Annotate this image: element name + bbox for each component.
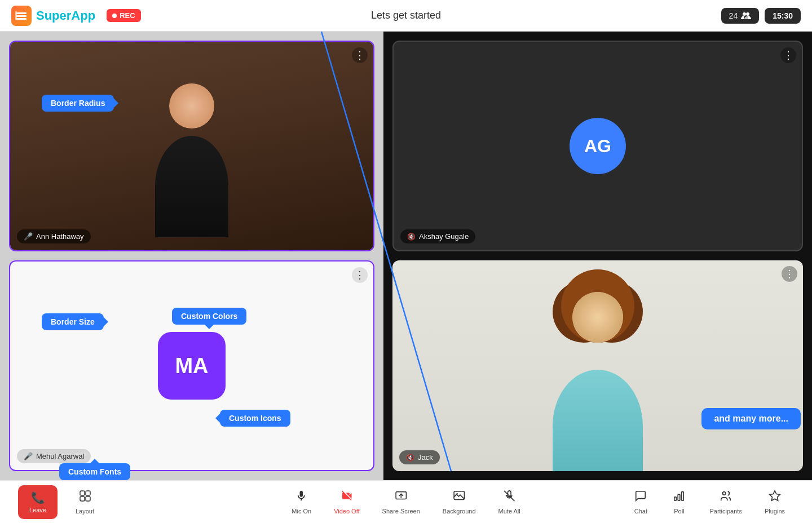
mute-all-label: Mute All [498,508,520,515]
akshay-avatar-content: AG [394,42,802,250]
mehul-name-text: Mehul Agarwal [36,452,84,460]
participants-button[interactable]: Participants [700,485,751,519]
share-screen-label: Share Screen [382,508,420,515]
akshay-name-label: 🔇 Akshay Gugale [400,229,475,243]
mic-icon [295,490,308,506]
svg-point-13 [456,493,458,494]
svg-rect-3 [15,11,17,20]
tile-menu-mehul[interactable]: ⋮ [352,267,368,283]
header-right: 24 15:30 [721,8,801,24]
akshay-initials: AG [584,136,611,157]
leave-button[interactable]: 📞 Leave [18,485,58,519]
chat-button[interactable]: Chat [624,485,657,519]
mic-off-icon-jack: 🔇 [406,454,414,462]
jack-video-bg [392,260,803,471]
count-number: 24 [729,11,738,20]
mic-label: Mic On [292,508,311,515]
svg-rect-8 [86,491,90,495]
rec-label: REC [120,11,135,20]
poll-button[interactable]: Poll [662,485,696,519]
toolbar: 📞 Leave Layout [0,480,812,523]
layout-button[interactable]: Layout [67,485,103,519]
timer-text: 15:30 [773,11,793,20]
share-screen-icon [395,490,407,506]
svg-rect-0 [16,12,27,14]
ann-name-label: 🎤 Ann Hathaway [17,229,91,243]
chat-label: Chat [634,508,647,515]
layout-icon [79,490,91,506]
plugins-icon [769,490,781,506]
toolbar-right: Chat Poll [624,485,794,519]
leave-label: Leave [29,507,46,513]
tile-menu-akshay[interactable]: ⋮ [780,47,796,63]
svg-rect-2 [16,18,27,20]
participants-label: Participants [709,508,742,515]
svg-rect-16 [678,494,681,500]
video-label: Video Off [334,508,359,515]
svg-point-18 [723,491,726,495]
callout-border-size: Border Size [42,313,104,330]
plugins-button[interactable]: Plugins [756,485,794,519]
logo-area: SuperApp REC [11,6,141,26]
jack-name-text: Jack [418,453,433,462]
meeting-title: Lets get started [371,10,441,21]
svg-rect-15 [674,497,677,500]
svg-rect-7 [80,491,85,495]
svg-rect-9 [80,497,85,501]
tile-ann: ⋮ 🎤 Ann Hathaway [9,41,374,251]
background-button[interactable]: Background [434,485,485,519]
svg-rect-17 [682,491,684,500]
header: SuperApp REC Lets get started 24 15:30 [0,0,812,32]
background-icon [453,490,465,506]
poll-label: Poll [674,508,684,515]
mute-all-button[interactable]: Mute All [489,485,529,519]
mehul-avatar: MA [158,332,226,400]
plugins-label: Plugins [765,508,785,515]
timer-badge: 15:30 [765,8,801,24]
toolbar-left: 📞 Leave Layout [18,485,103,519]
svg-line-14 [504,490,514,500]
poll-icon [673,490,685,506]
and-many-more-callout: and many more... [701,408,801,429]
jack-name-label: 🔇 Jack [399,450,440,464]
callout-custom-colors: Custom Colors [172,308,246,325]
main-content: ⋮ 🎤 Ann Hathaway MA ⋮ 🎤 Mehul Agarwal [0,32,812,480]
phone-icon: 📞 [31,491,45,504]
ann-video-bg [10,42,373,250]
mute-all-icon [503,490,515,506]
tile-menu-ann[interactable]: ⋮ [352,47,368,63]
logo-icon [11,6,32,26]
participants-count-badge: 24 [721,8,760,24]
tile-menu-jack[interactable]: ⋮ [782,266,797,282]
tile-jack: ⋮ 🔇 Jack [392,260,803,471]
share-screen-button[interactable]: Share Screen [373,485,429,519]
background-label: Background [443,508,476,515]
svg-point-4 [743,12,746,16]
ann-name-text: Ann Hathaway [36,232,84,241]
svg-rect-10 [86,497,90,501]
chat-icon [634,490,647,506]
mic-icon-ann: 🎤 [24,232,33,241]
callout-custom-fonts: Custom Fonts [59,463,130,480]
mic-button[interactable]: Mic On [283,485,320,519]
mehul-avatar-content: MA [10,262,373,470]
callout-border-radius: Border Radius [42,95,114,112]
layout-label: Layout [76,508,94,515]
akshay-avatar: AG [570,118,626,174]
svg-point-5 [746,12,749,16]
left-panel: ⋮ 🎤 Ann Hathaway MA ⋮ 🎤 Mehul Agarwal [0,32,383,480]
rec-badge: REC [107,9,140,22]
participants-icon [741,12,751,20]
rec-dot [112,14,117,18]
video-button[interactable]: Video Off [325,485,368,519]
mehul-initials: MA [175,354,208,378]
mic-off-icon-akshay: 🔇 [407,233,416,241]
toolbar-center: Mic On Video Off Share Screen [283,485,529,519]
tile-akshay: AG ⋮ 🔇 Akshay Gugale [392,41,803,251]
app-name: SuperApp [36,8,95,23]
video-icon [341,490,353,506]
mehul-name-label: 🎤 Mehul Agarwal [17,449,91,463]
tile-mehul: MA ⋮ 🎤 Mehul Agarwal [9,260,374,471]
participants-toolbar-icon [720,490,732,506]
svg-rect-1 [16,15,27,17]
